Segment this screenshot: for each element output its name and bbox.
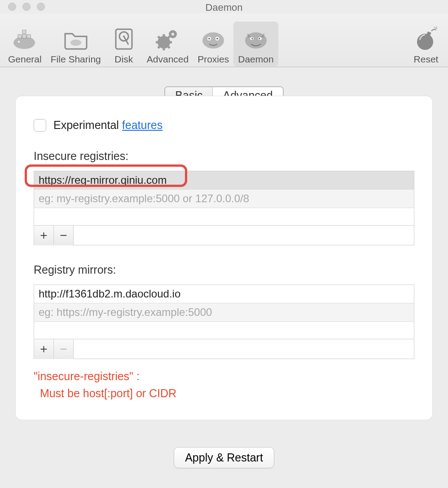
list-controls-spacer xyxy=(74,339,414,359)
insecure-registries-label: Insecure registries: xyxy=(34,150,414,163)
disk-icon xyxy=(110,25,138,53)
tab-proxies[interactable]: Proxies xyxy=(193,22,233,67)
minus-icon: − xyxy=(60,342,67,356)
tab-general-label: General xyxy=(8,54,42,65)
toolbar: General File Sharing Disk xyxy=(0,13,448,67)
insecure-registries-empty-row[interactable] xyxy=(34,208,414,225)
validation-error: "insecure-registries" : Must be host[:po… xyxy=(34,368,414,402)
whale-devil-icon xyxy=(242,25,270,53)
tab-reset[interactable]: Reset xyxy=(408,22,444,67)
tab-advanced-label: Advanced xyxy=(147,54,189,65)
svg-rect-4 xyxy=(22,30,26,34)
insecure-remove-button[interactable]: − xyxy=(54,226,74,245)
svg-point-27 xyxy=(251,38,253,39)
insecure-registries-placeholder[interactable]: eg: my-registry.example:5000 or 127.0.0.… xyxy=(34,190,414,208)
tab-proxies-label: Proxies xyxy=(198,54,229,65)
insecure-registries-list: https://reg-mirror.qiniu.com eg: my-regi… xyxy=(34,171,414,245)
plus-icon: + xyxy=(40,342,47,356)
registry-mirrors-empty-row[interactable] xyxy=(34,322,414,339)
svg-point-28 xyxy=(259,38,260,39)
whale-icon xyxy=(11,25,39,53)
window-title: Daemon xyxy=(0,2,448,13)
folder-icon xyxy=(62,25,90,53)
svg-point-19 xyxy=(202,32,224,49)
tab-advanced[interactable]: Advanced xyxy=(142,22,193,67)
tab-general[interactable]: General xyxy=(4,22,46,67)
registry-mirrors-list: http://f1361db2.m.daocloud.io eg: https:… xyxy=(34,284,414,359)
svg-point-23 xyxy=(216,38,218,40)
svg-point-14 xyxy=(171,33,174,35)
gears-icon xyxy=(154,25,181,53)
error-line-1: "insecure-registries" : xyxy=(34,368,414,385)
svg-line-33 xyxy=(434,27,435,28)
tab-daemon-label: Daemon xyxy=(238,54,273,65)
experimental-checkbox[interactable] xyxy=(34,119,46,132)
mirrors-remove-button[interactable]: − xyxy=(54,339,74,359)
titlebar: Daemon xyxy=(0,0,448,13)
svg-rect-1 xyxy=(18,35,22,38)
plus-icon: + xyxy=(40,228,47,243)
insecure-add-button[interactable]: + xyxy=(34,226,54,245)
svg-rect-2 xyxy=(22,35,26,38)
svg-rect-3 xyxy=(27,35,31,38)
svg-point-5 xyxy=(18,41,20,43)
svg-point-6 xyxy=(70,40,81,46)
svg-point-22 xyxy=(208,38,210,40)
minus-icon: − xyxy=(60,228,67,243)
svg-point-29 xyxy=(417,34,433,50)
settings-panel: Experimental features Insecure registrie… xyxy=(15,96,433,420)
list-controls-spacer xyxy=(74,226,414,245)
tab-disk-label: Disk xyxy=(114,54,133,65)
tab-file-sharing[interactable]: File Sharing xyxy=(46,22,105,67)
experimental-label: Experimental xyxy=(53,119,122,131)
tab-file-sharing-label: File Sharing xyxy=(51,54,101,65)
mirrors-add-button[interactable]: + xyxy=(34,339,54,359)
insecure-registries-item[interactable]: https://reg-mirror.qiniu.com xyxy=(34,171,414,190)
tab-daemon[interactable]: Daemon xyxy=(233,22,278,67)
experimental-features-link[interactable]: features xyxy=(122,119,163,131)
tab-disk[interactable]: Disk xyxy=(105,22,142,67)
experimental-row: Experimental features xyxy=(34,119,414,132)
error-line-2: Must be host[:port] or CIDR xyxy=(34,385,414,402)
registry-mirrors-label: Registry mirrors: xyxy=(34,263,414,276)
registry-mirrors-placeholder[interactable]: eg: https://my-registry.example:5000 xyxy=(34,303,414,322)
registry-mirrors-item[interactable]: http://f1361db2.m.daocloud.io xyxy=(34,285,414,303)
whale-face-icon xyxy=(199,25,227,53)
tab-reset-label: Reset xyxy=(414,54,439,65)
bomb-icon xyxy=(412,25,440,53)
apply-restart-button[interactable]: Apply & Restart xyxy=(174,447,274,468)
